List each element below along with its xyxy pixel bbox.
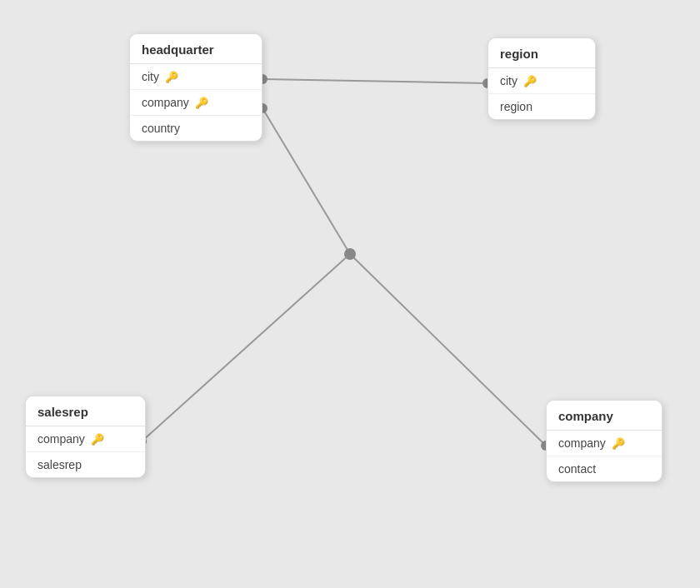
table-region[interactable]: region city 🔑 region (488, 37, 596, 120)
table-region-title: region (488, 38, 595, 68)
field-company-label: company (142, 96, 189, 109)
field-salesrep-company-label: company (38, 432, 85, 446)
svg-line-3 (262, 108, 350, 254)
key-icon-company: 🔑 (195, 97, 208, 109)
table-salesrep-title: salesrep (26, 396, 145, 426)
svg-line-5 (350, 254, 546, 446)
field-region-city-label: city (500, 74, 518, 87)
svg-line-4 (142, 254, 350, 441)
table-company-row-company: company 🔑 (547, 431, 662, 456)
table-company-row-contact: contact (547, 456, 662, 481)
field-salesrep-label: salesrep (38, 458, 82, 471)
field-city-label: city (142, 70, 159, 83)
table-headquarter-row-company: company 🔑 (130, 90, 262, 116)
table-headquarter-row-city: city 🔑 (130, 64, 262, 90)
key-icon-region-city: 🔑 (523, 75, 537, 87)
table-headquarter[interactable]: headquarter city 🔑 company 🔑 country (129, 33, 262, 142)
table-salesrep-row-salesrep: salesrep (26, 452, 145, 477)
key-icon-city: 🔑 (165, 71, 178, 83)
table-region-row-region: region (488, 94, 595, 119)
svg-line-0 (262, 79, 488, 83)
key-icon-company-company: 🔑 (612, 437, 625, 450)
table-company[interactable]: company company 🔑 contact (546, 400, 662, 482)
table-headquarter-row-country: country (130, 116, 262, 141)
table-salesrep[interactable]: salesrep company 🔑 salesrep (25, 396, 146, 478)
field-region-label: region (500, 100, 532, 113)
field-company-company-label: company (558, 436, 606, 450)
table-headquarter-title: headquarter (130, 34, 262, 64)
svg-point-7 (344, 248, 356, 260)
table-salesrep-row-company: company 🔑 (26, 426, 145, 452)
diagram-canvas: headquarter city 🔑 company 🔑 country reg… (0, 0, 700, 588)
table-company-title: company (547, 401, 662, 431)
field-contact-label: contact (558, 462, 596, 476)
key-icon-salesrep-company: 🔑 (91, 433, 104, 446)
field-country-label: country (142, 122, 180, 135)
table-region-row-city: city 🔑 (488, 68, 595, 94)
